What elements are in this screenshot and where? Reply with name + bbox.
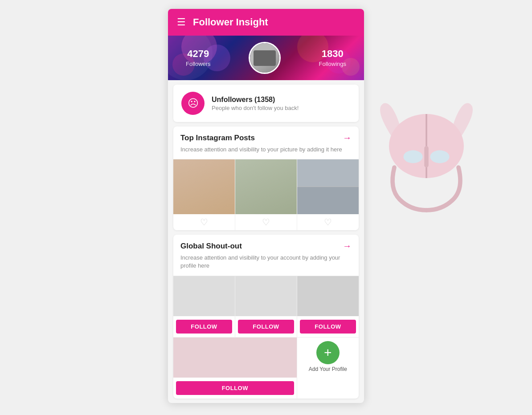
post-like-1[interactable]: ♡ [173, 214, 235, 230]
shoutout-header: Global Shout-out → [173, 235, 359, 254]
shoutout-title: Global Shout-out [180, 242, 242, 251]
unfollowers-icon-wrap: ☹ [181, 92, 205, 115]
post-image-2 [235, 159, 297, 214]
shoutout-row-1: FOLLOW FOLLOW FOLLOW [173, 276, 359, 337]
header-title: Follower Insight [193, 16, 268, 28]
app-header: ☰ Follower Insight [168, 9, 364, 36]
top-posts-title: Top Instagram Posts [180, 134, 255, 142]
add-profile-section: + Add Your Profile [306, 338, 350, 377]
svg-rect-4 [424, 146, 429, 167]
shoutout-image-2 [235, 276, 297, 316]
svg-point-2 [403, 151, 422, 163]
followers-label: Followers [186, 61, 211, 67]
shoutout-row2-left: FOLLOW [173, 338, 297, 399]
hero-banner: 4279 Followers 1830 Followings [168, 36, 364, 80]
post-like-3[interactable]: ♡ [297, 214, 359, 230]
add-profile-label: Add Your Profile [309, 366, 347, 373]
shoutout-desc: Increase attention and visibility to you… [173, 254, 359, 275]
followings-label: Followings [319, 61, 346, 67]
post-cell-2[interactable]: ♡ [235, 159, 297, 230]
top-posts-arrow[interactable]: → [343, 133, 352, 143]
post-cell-3[interactable]: ♡ [297, 159, 359, 230]
avatar-image [250, 43, 279, 73]
shoutout-add-profile: + Add Your Profile [297, 338, 359, 399]
unfollowers-text: Unfollowers (1358) People who don't foll… [212, 96, 299, 111]
top-posts-desc: Increase attention and visibility to you… [173, 146, 359, 159]
unfollowers-card[interactable]: ☹ Unfollowers (1358) People who don't fo… [173, 85, 359, 122]
shoutout-card: Global Shout-out → Increase attention an… [173, 235, 359, 398]
shoutout-image-1 [173, 276, 235, 316]
shoutout-arrow[interactable]: → [343, 241, 352, 251]
post-cell-1[interactable]: ♡ [173, 159, 235, 230]
menu-icon[interactable]: ☰ [177, 16, 186, 28]
viking-logo [373, 98, 480, 205]
top-posts-header: Top Instagram Posts → [173, 126, 359, 146]
followings-count: 1830 [319, 48, 346, 60]
shoutout-image-4 [173, 338, 297, 378]
shoutout-col-3: FOLLOW [297, 276, 359, 337]
shoutout-row-2: FOLLOW + Add Your Profile [173, 337, 359, 399]
heart-icon-3: ♡ [324, 217, 332, 228]
svg-point-3 [430, 151, 449, 163]
post-image-3b [297, 187, 359, 214]
follow-button-2[interactable]: FOLLOW [238, 320, 294, 334]
followings-stat: 1830 Followings [319, 48, 346, 68]
top-posts-card: Top Instagram Posts → Increase attention… [173, 126, 359, 230]
shoutout-image-3 [297, 276, 359, 316]
heart-icon-2: ♡ [262, 217, 270, 228]
posts-grid: ♡ ♡ ♡ [173, 159, 359, 230]
shoutout-col-2: FOLLOW [235, 276, 297, 337]
post-image-1 [173, 159, 235, 214]
follow-button-4[interactable]: FOLLOW [176, 381, 294, 395]
followers-count: 4279 [186, 48, 211, 60]
post-like-2[interactable]: ♡ [235, 214, 297, 230]
avatar-shape [254, 50, 276, 66]
unfollowers-face-icon: ☹ [188, 97, 199, 110]
follow-button-1[interactable]: FOLLOW [176, 320, 232, 334]
heart-icon-1: ♡ [200, 217, 208, 228]
follow-button-3[interactable]: FOLLOW [300, 320, 356, 334]
shoutout-col-1: FOLLOW [173, 276, 235, 337]
unfollowers-desc: People who don't follow you back! [212, 105, 299, 111]
add-profile-button[interactable]: + [316, 341, 340, 364]
followers-stat: 4279 Followers [186, 48, 211, 68]
profile-avatar[interactable] [249, 42, 281, 74]
post-image-3a [297, 159, 359, 187]
unfollowers-title: Unfollowers (1358) [212, 96, 299, 104]
